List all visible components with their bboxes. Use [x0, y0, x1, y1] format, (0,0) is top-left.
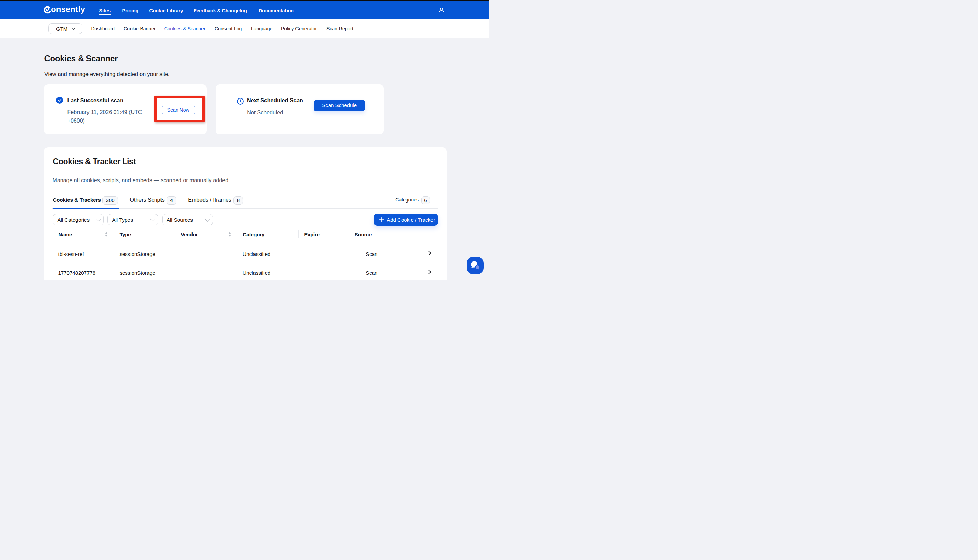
svg-text:onsently: onsently	[51, 5, 85, 14]
